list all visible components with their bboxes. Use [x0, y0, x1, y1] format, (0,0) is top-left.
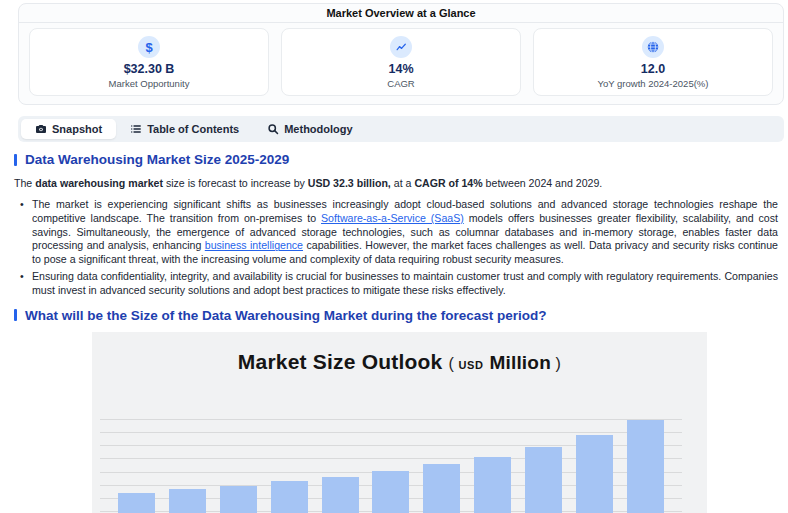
card-value: 14% — [288, 62, 514, 76]
chart-title-text: Market Size Outlook — [238, 350, 443, 373]
heading-marker — [14, 309, 17, 321]
heading-text: What will be the Size of the Data Wareho… — [25, 308, 547, 323]
bar-2028 — [576, 435, 613, 513]
heading-text: Data Warehousing Market Size 2025-2029 — [25, 152, 289, 167]
bar-2027 — [525, 447, 562, 513]
bar-2019 — [118, 493, 155, 513]
tab-bar: Snapshot Table of Contents Methodology — [18, 116, 784, 142]
heading-marker — [14, 154, 17, 166]
tab-label: Snapshot — [52, 123, 102, 135]
intro-paragraph: The data warehousing market size is fore… — [14, 176, 778, 190]
market-size-chart: Market Size Outlook ( USD Million ) 2019… — [92, 332, 707, 513]
chart-unit-currency: USD — [459, 359, 484, 371]
bullet-item: Ensuring data confidentiality, integrity… — [20, 270, 778, 298]
bullet-item: The market is experiencing significant s… — [20, 198, 778, 267]
tab-label: Methodology — [284, 123, 352, 135]
chart-unit-close: ) — [551, 355, 561, 372]
card-value: $32.30 B — [36, 62, 262, 76]
intro-text: between 2024 and 2029. — [483, 177, 603, 189]
intro-text: The — [14, 177, 35, 189]
main-content: Data Warehousing Market Size 2025-2029 T… — [0, 152, 788, 323]
market-overview-panel: Market Overview at a Glance $ $32.30 B M… — [18, 3, 784, 105]
intro-bold: data warehousing market — [35, 177, 163, 189]
bullet-text: Ensuring data confidentiality, integrity… — [32, 270, 778, 296]
chart-line-icon — [390, 36, 412, 58]
bar-2025 — [423, 464, 460, 513]
bar-2026 — [474, 457, 511, 513]
chart-unit-open: ( — [448, 355, 458, 372]
section-heading-forecast: What will be the Size of the Data Wareho… — [14, 308, 778, 323]
bar-2024 — [372, 471, 409, 513]
card-label: CAGR — [288, 78, 514, 89]
list-icon — [130, 123, 142, 135]
key-points-list: The market is experiencing significant s… — [20, 198, 778, 298]
intro-bold: CAGR of 14% — [414, 177, 482, 189]
section-heading-market-size: Data Warehousing Market Size 2025-2029 — [14, 152, 778, 167]
chart-bars — [100, 420, 682, 513]
chart-unit-magnitude: Million — [489, 352, 551, 373]
search-icon — [267, 123, 279, 135]
intro-text: at a — [391, 177, 415, 189]
bar-2021 — [220, 486, 257, 513]
tab-snapshot[interactable]: Snapshot — [21, 119, 116, 139]
intro-bold: USD 32.3 billion, — [308, 177, 391, 189]
chart-plot-area — [100, 420, 682, 513]
overview-cards: $ $32.30 B Market Opportunity 14% CAGR — [19, 23, 783, 104]
bar-2020 — [169, 489, 206, 513]
tab-methodology[interactable]: Methodology — [253, 119, 366, 139]
card-market-opportunity: $ $32.30 B Market Opportunity — [29, 28, 269, 96]
card-label: YoY growth 2024-2025(%) — [540, 78, 766, 89]
saas-link[interactable]: Software-as-a-Service (SaaS) — [321, 212, 464, 224]
bar-2022 — [271, 481, 308, 513]
camera-icon — [35, 123, 47, 135]
card-label: Market Opportunity — [36, 78, 262, 89]
chart-title: Market Size Outlook ( USD Million ) — [92, 332, 707, 374]
tab-table-of-contents[interactable]: Table of Contents — [116, 119, 253, 139]
tab-label: Table of Contents — [147, 123, 239, 135]
card-yoy-growth: 12.0 YoY growth 2024-2025(%) — [533, 28, 773, 96]
globe-icon — [642, 36, 664, 58]
card-value: 12.0 — [540, 62, 766, 76]
intro-text: size is forecast to increase by — [163, 177, 308, 189]
bar-2029 — [627, 420, 664, 513]
dollar-icon: $ — [138, 36, 160, 58]
card-cagr: 14% CAGR — [281, 28, 521, 96]
business-intelligence-link[interactable]: business intelligence — [205, 239, 303, 251]
overview-title: Market Overview at a Glance — [19, 4, 783, 23]
bar-2023 — [322, 477, 359, 513]
